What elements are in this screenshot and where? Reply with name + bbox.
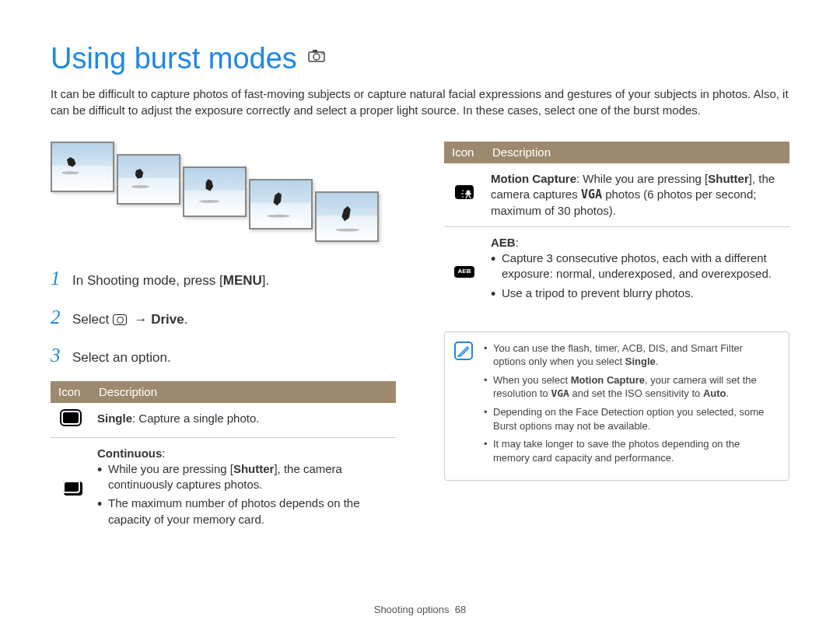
note-item: Depending on the Face Detection option y… [484, 405, 778, 433]
thumbnail-4 [249, 179, 313, 229]
page-footer: Shooting options 68 [0, 603, 840, 617]
note-item: When you select Motion Capture, your cam… [484, 373, 778, 401]
svg-point-6 [199, 200, 220, 203]
table-header-icon: Icon [51, 381, 91, 403]
vga-icon: VGA [551, 387, 569, 399]
mode-indicator-icon: P [308, 48, 325, 67]
svg-point-9 [467, 191, 471, 194]
bullet: Use a tripod to prevent blurry photos. [491, 285, 783, 301]
thumbnail-3 [183, 166, 247, 217]
svg-point-7 [268, 215, 290, 218]
step-2: 2 Select → Drive. [51, 304, 396, 331]
thumbnail-2 [117, 154, 180, 205]
table-header-description: Description [91, 381, 396, 403]
vga-icon: VGA [581, 187, 602, 201]
single-icon [61, 411, 80, 425]
svg-point-8 [336, 228, 359, 231]
motion-capture-icon [455, 185, 474, 199]
step-text: In Shooting mode, press [MENU]. [72, 272, 269, 290]
note-item: It may take longer to save the photos de… [484, 437, 778, 464]
intro-paragraph: It can be difficult to capture photos of… [51, 86, 789, 118]
step-3: 3 Select an option. [51, 342, 396, 369]
burst-photo-sequence [51, 142, 396, 242]
note-box: You can use the flash, timer, ACB, DIS, … [444, 331, 789, 481]
svg-text:P: P [320, 51, 324, 56]
step-number: 1 [51, 265, 63, 292]
page-number: 68 [455, 604, 466, 615]
table-header-icon: Icon [444, 142, 485, 163]
aeb-icon: AEB [454, 266, 475, 278]
bullet: Capture 3 consecutive photos, each with … [491, 250, 783, 282]
bullet: While you are pressing [Shutter], the ca… [97, 461, 390, 493]
option-title: AEB [491, 236, 516, 249]
step-text: Select an option. [72, 349, 171, 367]
step-number: 3 [51, 342, 63, 369]
option-title: Motion Capture [491, 172, 576, 185]
options-table-left: Icon Description Single: Capture a singl… [51, 381, 396, 538]
svg-point-5 [131, 185, 149, 188]
thumbnail-5 [315, 191, 379, 242]
note-item: You can use the flash, timer, ACB, DIS, … [484, 342, 778, 369]
page-title: Using burst modes [51, 39, 297, 79]
option-title: Single [97, 412, 132, 425]
table-row: Single: Capture a single photo. [51, 403, 396, 437]
options-table-right: Icon Description Motion Capture: While y… [444, 142, 789, 312]
note-icon [454, 342, 473, 360]
svg-point-4 [61, 171, 79, 174]
step-1: 1 In Shooting mode, press [MENU]. [51, 265, 396, 292]
table-row: AEB AEB: Capture 3 consecutive photos, e… [444, 226, 789, 312]
menu-button-label: MENU [223, 273, 262, 288]
table-row: Motion Capture: While you are pressing [… [444, 163, 789, 226]
step-text: Select → Drive. [72, 311, 187, 329]
camera-icon [113, 314, 127, 325]
step-number: 2 [51, 304, 63, 331]
table-header-description: Description [485, 142, 789, 163]
svg-rect-2 [313, 50, 317, 52]
option-title: Continuous [97, 447, 162, 460]
svg-point-1 [313, 54, 320, 60]
bullet: The maximum number of photos depends on … [97, 496, 390, 527]
section-label: Shooting options [374, 604, 450, 615]
continuous-icon [61, 479, 80, 493]
thumbnail-1 [51, 142, 114, 192]
table-row: Continuous: While you are pressing [Shut… [51, 437, 396, 538]
